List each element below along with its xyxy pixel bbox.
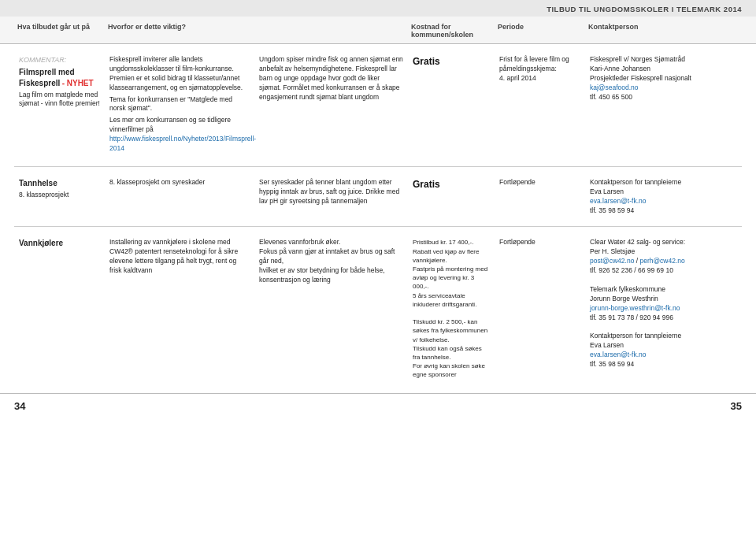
table-row: VannkjølereInstallering av vannkjølere i… — [14, 227, 742, 390]
row-vannkjolere-col-price: Pristilbud kr. 17 400,-.Rabatt ved kjøp … — [408, 235, 495, 382]
page: TILBUD TIL UNGDOMSSKOLER I TELEMARK 2014… — [0, 0, 756, 553]
col-header-3: Kostnad for kommunen/skolen — [408, 21, 495, 40]
row-tannhelse-col-hva: Tannhelse8. klasseprosjekt — [14, 175, 105, 219]
row-vannkjolere-col-kontakt: Clear Water 42 salg- og service:Per H. S… — [585, 235, 739, 382]
column-headers: Hva tilbudet går ut på Hvorfor er dette … — [0, 17, 756, 44]
table-row: Tannhelse8. klasseprosjekt8. klasseprosj… — [14, 167, 742, 228]
row-filmsprell-col-kontakt: Fiskesprell v/ Norges SjømatrådKari-Anne… — [585, 52, 739, 158]
gratis-label: Gratis — [413, 179, 440, 190]
row-vannkjolere-col-why: Installering av vannkjølere i skolene me… — [105, 235, 254, 382]
col-header-5: Kontaktperson — [585, 21, 739, 40]
row-filmsprell-col-kostnad: Ungdom spiser mindre fisk og annen sjøma… — [254, 52, 408, 158]
row-vannkjolere-col-hva: Vannkjølere — [14, 235, 105, 382]
row-tannhelse-col-why: 8. klasseprosjekt om syreskader — [105, 175, 254, 219]
row-tannhelse-col-periode: Fortløpende — [495, 175, 585, 219]
col-header-2: Hvorfor er dette viktig? — [105, 21, 254, 40]
left-page-number: 34 — [14, 400, 25, 412]
right-page-number: 35 — [731, 400, 742, 412]
row-tannhelse-subtitle: 8. klasseprosjekt — [19, 191, 100, 200]
row-tannhelse-col-kostnad: Ser syreskader på tenner blant ungdom et… — [254, 175, 408, 219]
col-header-4: Periode — [495, 21, 585, 40]
row-filmsprell-subtitle: Lag film om matglede med sjømat - vinn f… — [19, 91, 100, 109]
row-vannkjolere-col-kostnad: Elevenes vannforbruk øker.Fokus på vann … — [254, 235, 408, 382]
row-filmsprell-col-periode: Frist for å levere film og påmeldingsskj… — [495, 52, 585, 158]
col-header-1: Hva tilbudet går ut på — [14, 21, 105, 40]
page-header: TILBUD TIL UNGDOMSSKOLER I TELEMARK 2014 — [0, 0, 756, 17]
row-filmsprell-col-hva: KOMMENTAR:Filmsprell med Fiskesprell - N… — [14, 52, 105, 158]
row-filmsprell-col-price: Gratis — [408, 52, 495, 158]
table-body: KOMMENTAR:Filmsprell med Fiskesprell - N… — [0, 44, 756, 390]
section-label: KOMMENTAR: — [19, 55, 100, 65]
gratis-label: Gratis — [413, 56, 440, 67]
row-tannhelse-col-kontakt: Kontaktperson for tannpleierneEva Larsen… — [585, 175, 739, 219]
page-footer: 3435 — [0, 393, 756, 418]
row-tannhelse-col-price: Gratis — [408, 175, 495, 219]
table-row: KOMMENTAR:Filmsprell med Fiskesprell - N… — [14, 44, 742, 167]
header-title: TILBUD TIL UNGDOMSSKOLER I TELEMARK 2014 — [547, 5, 742, 13]
col-header-why — [254, 21, 408, 40]
row-filmsprell-col-why: Fiskesprell inviterer alle landets ungdo… — [105, 52, 254, 158]
row-vannkjolere-col-periode: Fortløpende — [495, 235, 585, 382]
